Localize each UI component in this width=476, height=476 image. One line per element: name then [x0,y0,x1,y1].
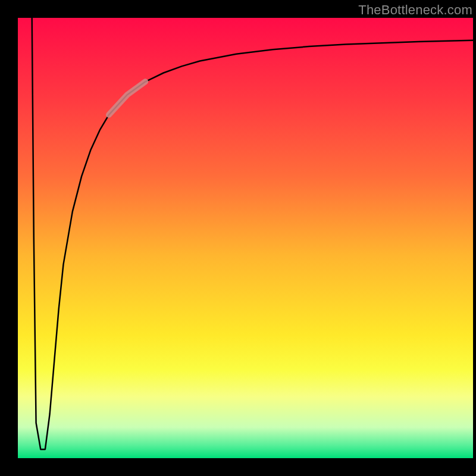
figure-frame: TheBottleneck.com [0,0,476,476]
bottleneck-chart [0,0,476,476]
plot-background [18,18,473,458]
